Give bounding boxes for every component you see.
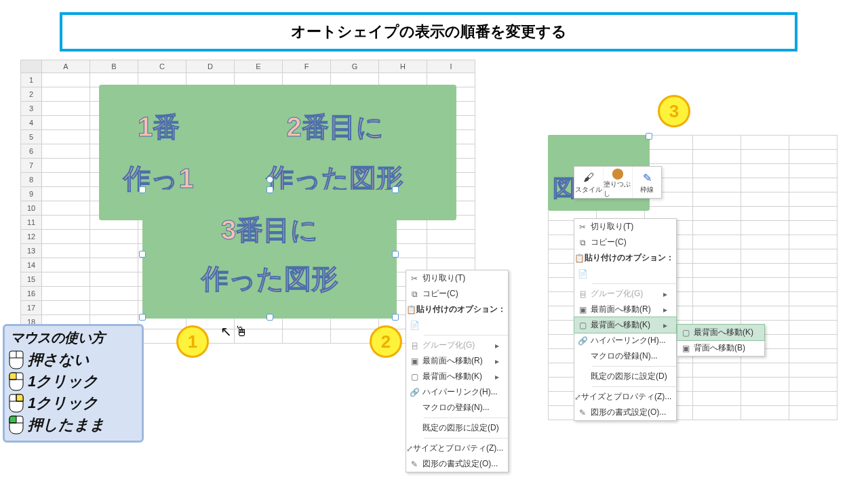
cell[interactable] xyxy=(741,392,789,406)
cell[interactable] xyxy=(741,249,789,264)
menu-bring-to-front[interactable]: ▣ 最前面へ移動(R) ▸ xyxy=(406,353,508,369)
menu-format-shape[interactable]: ✎ 図形の書式設定(O)... xyxy=(574,405,676,420)
cell[interactable] xyxy=(42,244,90,258)
cell[interactable] xyxy=(693,406,741,420)
cell[interactable] xyxy=(741,136,789,150)
row-header[interactable]: 6 xyxy=(21,144,42,159)
menu-cut[interactable]: ✂ 切り取り(T) xyxy=(574,219,676,235)
menu-send-to-back[interactable]: ▢ 最背面へ移動(K) ▸ xyxy=(406,369,508,384)
cell[interactable] xyxy=(789,264,837,278)
row-header[interactable]: 12 xyxy=(21,230,42,244)
cell[interactable] xyxy=(741,378,789,392)
cell[interactable] xyxy=(427,230,475,244)
cell[interactable] xyxy=(42,87,90,102)
cell[interactable] xyxy=(741,306,789,321)
selection-handle[interactable] xyxy=(139,314,146,321)
cell[interactable] xyxy=(789,235,837,249)
cell[interactable] xyxy=(693,136,741,150)
menu-set-default-shape[interactable]: 既定の図形に設定(D) xyxy=(406,420,508,436)
row-header[interactable]: 9 xyxy=(21,187,42,201)
cell[interactable] xyxy=(42,144,90,159)
menu-paste-picture[interactable]: 📄 xyxy=(574,266,676,281)
row-header[interactable]: 8 xyxy=(21,173,42,187)
cell[interactable] xyxy=(42,301,90,315)
row-header[interactable]: 13 xyxy=(21,244,42,258)
cell[interactable] xyxy=(42,102,90,116)
cell[interactable] xyxy=(42,258,90,272)
mini-toolbar[interactable]: 🖌 スタイル ⬤ 塗りつぶし ✎ 枠線 xyxy=(574,166,662,199)
cell[interactable] xyxy=(693,235,741,249)
cell[interactable] xyxy=(741,278,789,292)
column-header[interactable]: B xyxy=(90,60,138,73)
row-header[interactable]: 11 xyxy=(21,216,42,230)
cell[interactable] xyxy=(693,306,741,321)
row-header[interactable]: 7 xyxy=(21,159,42,173)
cell[interactable] xyxy=(42,187,90,201)
cell[interactable] xyxy=(427,244,475,258)
row-header[interactable]: 10 xyxy=(21,201,42,216)
column-header[interactable]: E xyxy=(235,60,283,73)
row-header[interactable]: 16 xyxy=(21,287,42,301)
menu-paste-picture[interactable]: 📄 xyxy=(406,317,508,333)
menu-paste-options[interactable]: 📋 貼り付けのオプション： xyxy=(406,302,508,317)
column-header[interactable]: H xyxy=(379,60,427,73)
cell[interactable] xyxy=(42,201,90,216)
cell[interactable] xyxy=(741,264,789,278)
cell[interactable] xyxy=(42,173,90,187)
cell[interactable] xyxy=(645,150,693,164)
cell[interactable] xyxy=(741,192,789,207)
cell[interactable] xyxy=(693,392,741,406)
cell[interactable] xyxy=(789,150,837,164)
row-header[interactable]: 15 xyxy=(21,272,42,287)
menu-copy[interactable]: ⧉ コピー(C) xyxy=(406,286,508,302)
cell[interactable] xyxy=(693,221,741,235)
column-header[interactable]: I xyxy=(427,60,475,73)
cell[interactable] xyxy=(693,192,741,207)
cell[interactable] xyxy=(789,192,837,207)
menu-size-properties[interactable]: ⤢ サイズとプロパティ(Z)... xyxy=(574,389,676,405)
row-header[interactable]: 14 xyxy=(21,258,42,272)
cell[interactable] xyxy=(90,230,138,244)
menu-bring-to-front[interactable]: ▣ 最前面へ移動(R) ▸ xyxy=(574,302,676,317)
row-header[interactable]: 1 xyxy=(21,73,42,87)
selection-handle[interactable] xyxy=(646,133,652,140)
cell[interactable] xyxy=(789,207,837,221)
cell[interactable] xyxy=(789,306,837,321)
cell[interactable] xyxy=(42,130,90,144)
cell[interactable] xyxy=(693,378,741,392)
menu-hyperlink[interactable]: 🔗 ハイパーリンク(H)... xyxy=(406,384,508,400)
cell[interactable] xyxy=(741,292,789,306)
cell[interactable] xyxy=(789,221,837,235)
cell[interactable] xyxy=(693,178,741,192)
cell[interactable] xyxy=(789,392,837,406)
selection-handle[interactable] xyxy=(267,314,273,321)
cell[interactable] xyxy=(693,292,741,306)
cell[interactable] xyxy=(789,406,837,420)
row-header[interactable]: 17 xyxy=(21,301,42,315)
selection-handle[interactable] xyxy=(139,251,146,258)
menu-set-default-shape[interactable]: 既定の図形に設定(D) xyxy=(574,369,676,384)
cell[interactable] xyxy=(789,278,837,292)
cell[interactable] xyxy=(789,249,837,264)
rotation-handle[interactable] xyxy=(267,176,273,183)
cell[interactable] xyxy=(283,329,331,344)
column-header[interactable]: F xyxy=(283,60,331,73)
cell[interactable] xyxy=(789,378,837,392)
cell[interactable] xyxy=(741,178,789,192)
cell[interactable] xyxy=(42,159,90,173)
cell[interactable] xyxy=(42,272,90,287)
context-menu-2[interactable]: ✂ 切り取り(T) ⧉ コピー(C) 📋 貼り付けのオプション： 📄 ⌸ グルー… xyxy=(574,218,677,421)
cell[interactable] xyxy=(90,244,138,258)
cell[interactable] xyxy=(741,164,789,178)
cell[interactable] xyxy=(789,292,837,306)
row-header[interactable]: 4 xyxy=(21,116,42,130)
menu-format-shape[interactable]: ✎ 図形の書式設定(O)... xyxy=(406,456,508,472)
cell[interactable] xyxy=(42,287,90,301)
row-header[interactable]: 3 xyxy=(21,102,42,116)
selection-handle[interactable] xyxy=(267,186,273,193)
cell[interactable] xyxy=(693,264,741,278)
cell[interactable] xyxy=(693,164,741,178)
autoshape-third-selection[interactable]: 3番目に 作った図形 xyxy=(142,190,395,317)
cell[interactable] xyxy=(789,321,837,335)
submenu-send-backward[interactable]: ▣ 背面へ移動(B) xyxy=(677,340,764,356)
